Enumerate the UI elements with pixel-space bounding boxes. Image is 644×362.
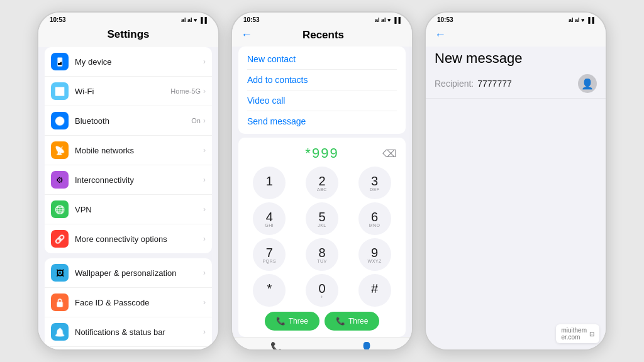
recents-screen: ← Recents New contactAdd to contactsVide… [232, 25, 412, 349]
time-1: 10:53 [50, 16, 66, 23]
label-more-connectivity: More connectivity options [75, 234, 203, 244]
status-bar-3: 10:53 al al ♥ ▐▐ [426, 13, 606, 25]
action-item-0[interactable]: New contact [247, 49, 397, 70]
dial-key-1[interactable]: 1 [253, 167, 286, 199]
msg-header: ← [426, 25, 606, 47]
chevron-faceid: › [203, 298, 206, 307]
value-bluetooth: On [191, 117, 201, 124]
label-vpn: VPN [75, 205, 203, 214]
call-btn-1[interactable]: 📞 Three [265, 312, 319, 331]
icon-bluetooth: 🔵 [51, 112, 69, 129]
avatar: 👤 [578, 74, 597, 93]
call-btn-2-label: Three [348, 317, 368, 326]
chevron-interconnectivity: › [203, 175, 206, 184]
dial-key-8[interactable]: 8 TUV [306, 238, 338, 271]
chevron-wallpaper: › [203, 268, 206, 277]
contacts-icon: 👤 [360, 341, 373, 349]
settings-item-interconnectivity[interactable]: ⚙ Interconnectivity › [45, 165, 212, 195]
dialer-number: *999 [305, 145, 338, 162]
recipient-row: Recipient: 7777777 👤 [426, 69, 606, 99]
dial-key-hash[interactable]: # [358, 274, 391, 307]
recipient-label: Recipient: [435, 79, 474, 89]
label-wallpaper: Wallpaper & personalization [75, 268, 203, 278]
bottom-nav: 📞 Recents 👤 Contacts [232, 337, 412, 349]
action-item-3[interactable]: Send message [247, 111, 397, 131]
label-notifications: Notifications & status bar [75, 327, 203, 337]
dial-key-4[interactable]: 4 GHI [253, 202, 286, 235]
dial-key-3[interactable]: 3 DEF [358, 167, 391, 199]
icon-more-connectivity: 🔗 [51, 230, 69, 248]
chevron-my-device: › [203, 57, 206, 66]
time-3: 10:53 [437, 16, 453, 23]
chevron-more-connectivity: › [203, 234, 206, 243]
recents-actions: New contactAdd to contactsVideo callSend… [238, 47, 406, 134]
label-faceid: Face ID & Passcode [75, 298, 203, 307]
nav-recents[interactable]: 📞 Recents [266, 341, 287, 349]
watermark-icon: ⊡ [589, 331, 594, 337]
settings-item-notifications[interactable]: 🔔 Notifications & status bar › [45, 317, 212, 347]
settings-item-faceid[interactable]: 🔒 Face ID & Passcode › [45, 288, 212, 317]
dialer-display: *999 ⌫ [245, 143, 399, 167]
label-bluetooth: Bluetooth [75, 116, 191, 126]
status-bar-1: 10:53 al al ♥ ▐▐ [38, 13, 218, 25]
settings-item-wifi[interactable]: 📶 Wi-Fi Home-5G › [45, 77, 212, 106]
settings-item-focus[interactable]: 🎯 Focus › [45, 347, 212, 349]
icon-my-device: 📱 [51, 53, 69, 70]
dial-key-5[interactable]: 5 JKL [306, 202, 338, 235]
back-button-dialer[interactable]: ← [241, 28, 252, 41]
settings-item-wallpaper[interactable]: 🖼 Wallpaper & personalization › [45, 258, 212, 288]
recents-title: Recents [258, 29, 388, 41]
dialer-container: *999 ⌫ 1 2 ABC 3 DEF 4 GHI 5 JKL 6 MNO 7… [238, 138, 406, 337]
dial-key-9[interactable]: 9 WXYZ [358, 238, 391, 271]
time-2: 10:53 [243, 16, 260, 23]
dial-key-6[interactable]: 6 MNO [358, 202, 391, 235]
settings-item-mobile-networks[interactable]: 📡 Mobile networks › [45, 136, 212, 165]
backspace-button[interactable]: ⌫ [382, 148, 397, 160]
label-my-device: My device [75, 57, 203, 67]
icon-wifi: 📶 [51, 82, 69, 100]
label-mobile-networks: Mobile networks [75, 146, 203, 155]
dial-key-7[interactable]: 7 PQRS [253, 238, 286, 271]
call-btn-2[interactable]: 📞 Three [325, 312, 379, 331]
phone-message: 10:53 al al ♥ ▐▐ ← New message Recipient… [425, 11, 607, 351]
settings-item-more-connectivity[interactable]: 🔗 More connectivity options › [45, 224, 212, 253]
dial-key-star[interactable]: * [253, 274, 286, 307]
status-bar-2: 10:53 al al ♥ ▐▐ [232, 13, 412, 25]
action-item-1[interactable]: Add to contacts [247, 70, 397, 90]
icon-mobile-networks: 📡 [51, 141, 69, 159]
chevron-vpn: › [203, 205, 206, 214]
settings-item-my-device[interactable]: 📱 My device › [45, 47, 212, 77]
label-interconnectivity: Interconnectivity [75, 175, 203, 185]
back-button-msg[interactable]: ← [435, 28, 446, 41]
watermark-text: miuithemer.com [561, 327, 587, 341]
dial-key-0[interactable]: 0 + [306, 274, 338, 307]
watermark: miuithemer.com ⊡ [556, 324, 599, 343]
icon-faceid: 🔒 [51, 293, 69, 311]
settings-title: Settings [38, 25, 218, 47]
settings-item-bluetooth[interactable]: 🔵 Bluetooth On › [45, 106, 212, 136]
phone-dialer: 10:53 al al ♥ ▐▐ ← Recents New contactAd… [231, 11, 413, 351]
label-wifi: Wi-Fi [75, 87, 170, 96]
recents-header: ← Recents [232, 25, 412, 47]
status-icons-3: al al ♥ ▐▐ [569, 17, 594, 23]
call-icon-1: 📞 [276, 317, 286, 326]
nav-contacts[interactable]: 👤 Contacts [355, 341, 378, 349]
settings-section-personalization: 🖼 Wallpaper & personalization › 🔒 Face I… [45, 258, 212, 349]
msg-title: New message [426, 47, 606, 69]
action-item-2[interactable]: Video call [247, 90, 397, 111]
call-btn-1-label: Three [289, 317, 308, 326]
recents-icon: 📞 [270, 341, 283, 349]
settings-item-vpn[interactable]: 🌐 VPN › [45, 195, 212, 224]
icon-notifications: 🔔 [51, 323, 69, 341]
settings-screen: Settings 📱 My device › 📶 Wi-Fi Home-5G ›… [38, 25, 218, 349]
settings-list: 📱 My device › 📶 Wi-Fi Home-5G › 🔵 Blueto… [38, 47, 218, 349]
recipient-number: 7777777 [477, 79, 578, 89]
settings-section-connectivity: 📱 My device › 📶 Wi-Fi Home-5G › 🔵 Blueto… [45, 47, 212, 253]
chevron-mobile-networks: › [203, 146, 206, 155]
call-buttons: 📞 Three 📞 Three [245, 312, 399, 331]
status-icons-2: al al ♥ ▐▐ [375, 17, 401, 23]
dial-key-2[interactable]: 2 ABC [306, 167, 338, 199]
icon-vpn: 🌐 [51, 200, 69, 218]
message-body[interactable]: miuithemer.com ⊡ [426, 99, 606, 349]
status-icons-1: al al ♥ ▐▐ [181, 17, 207, 23]
